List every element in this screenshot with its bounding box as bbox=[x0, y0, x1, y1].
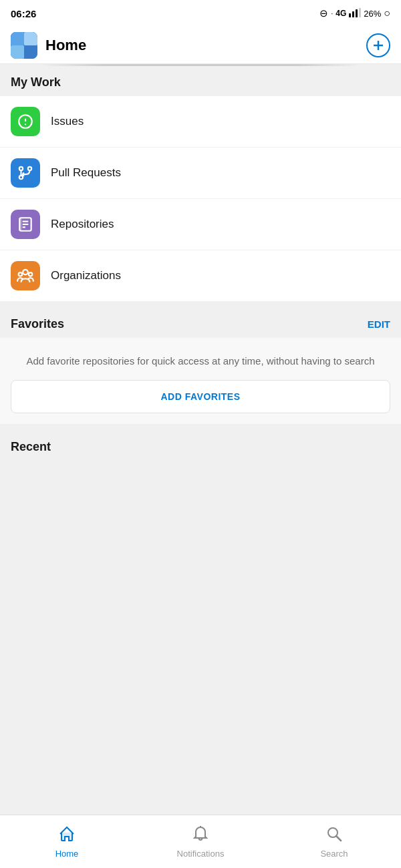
menu-item-issues[interactable]: Issues bbox=[0, 96, 401, 148]
my-work-section-header: My Work bbox=[0, 66, 401, 96]
battery-percent: 26% bbox=[364, 9, 381, 19]
nav-item-notifications[interactable]: Notifications bbox=[134, 819, 267, 864]
favorites-section: Favorites EDIT Add favorite repositories… bbox=[0, 308, 401, 424]
bottom-spacer bbox=[0, 564, 401, 618]
recent-section-header: Recent bbox=[0, 431, 401, 461]
nav-item-home[interactable]: Home bbox=[0, 819, 134, 864]
favorites-description: Add favorite repositories for quick acce… bbox=[11, 354, 390, 369]
4g-icon: 4G bbox=[336, 9, 346, 18]
pull-request-icon bbox=[11, 158, 40, 188]
repositories-label: Repositories bbox=[51, 218, 114, 231]
svg-rect-6 bbox=[24, 45, 37, 59]
favorites-section-header: Favorites EDIT bbox=[0, 308, 401, 338]
repositories-icon bbox=[11, 210, 40, 239]
battery-icon: ○ bbox=[384, 7, 390, 19]
notifications-icon bbox=[191, 825, 210, 846]
favorites-edit-button[interactable]: EDIT bbox=[368, 318, 390, 330]
menu-item-pull-requests[interactable]: Pull Requests bbox=[0, 148, 401, 199]
nav-home-label: Home bbox=[55, 849, 79, 859]
status-time: 06:26 bbox=[11, 8, 36, 19]
favorites-content: Add favorite repositories for quick acce… bbox=[0, 338, 401, 424]
nav-notifications-label: Notifications bbox=[177, 849, 225, 859]
svg-point-23 bbox=[23, 270, 28, 275]
organizations-icon bbox=[11, 261, 40, 290]
search-icon bbox=[325, 825, 344, 846]
issues-icon bbox=[11, 107, 40, 136]
add-button[interactable] bbox=[366, 33, 390, 57]
recent-section: Recent bbox=[0, 431, 401, 564]
svg-rect-22 bbox=[19, 218, 21, 231]
my-work-title: My Work bbox=[11, 75, 61, 89]
svg-point-24 bbox=[19, 272, 22, 276]
page-title: Home bbox=[45, 37, 86, 54]
svg-rect-3 bbox=[359, 8, 361, 17]
svg-point-16 bbox=[19, 176, 23, 179]
svg-rect-1 bbox=[352, 11, 354, 17]
svg-rect-7 bbox=[11, 45, 24, 59]
signal-icon: · bbox=[331, 9, 333, 17]
home-icon bbox=[57, 825, 76, 846]
status-right: ⊖ · 4G 26% ○ bbox=[319, 7, 390, 19]
add-favorites-button[interactable]: ADD FAVORITES bbox=[11, 380, 390, 413]
svg-line-28 bbox=[337, 837, 342, 841]
svg-rect-0 bbox=[349, 13, 351, 17]
svg-point-25 bbox=[29, 272, 32, 276]
my-work-menu: Issues Pull Requests Repo bbox=[0, 96, 401, 301]
status-bar: 06:26 ⊖ · 4G 26% ○ bbox=[0, 0, 401, 27]
header-left: Home bbox=[11, 32, 86, 59]
bottom-nav: Home Notifications Search bbox=[0, 815, 401, 868]
nav-search-label: Search bbox=[320, 849, 348, 859]
menu-item-organizations[interactable]: Organizations bbox=[0, 250, 401, 301]
svg-point-15 bbox=[28, 167, 31, 170]
app-header: Home bbox=[0, 27, 401, 64]
pull-requests-label: Pull Requests bbox=[51, 166, 121, 180]
svg-rect-2 bbox=[356, 9, 358, 17]
nav-item-search[interactable]: Search bbox=[267, 819, 401, 864]
signal-bars-icon bbox=[349, 8, 361, 19]
svg-point-14 bbox=[19, 167, 23, 170]
do-not-disturb-icon: ⊖ bbox=[319, 7, 328, 19]
avatar[interactable] bbox=[11, 32, 37, 59]
svg-rect-5 bbox=[11, 32, 24, 45]
recent-title: Recent bbox=[11, 440, 51, 453]
favorites-title: Favorites bbox=[11, 317, 64, 331]
svg-rect-8 bbox=[24, 32, 37, 45]
avatar-image bbox=[11, 32, 37, 59]
menu-item-repositories[interactable]: Repositories bbox=[0, 199, 401, 250]
issues-label: Issues bbox=[51, 115, 84, 128]
svg-point-13 bbox=[25, 124, 26, 125]
organizations-label: Organizations bbox=[51, 269, 121, 282]
